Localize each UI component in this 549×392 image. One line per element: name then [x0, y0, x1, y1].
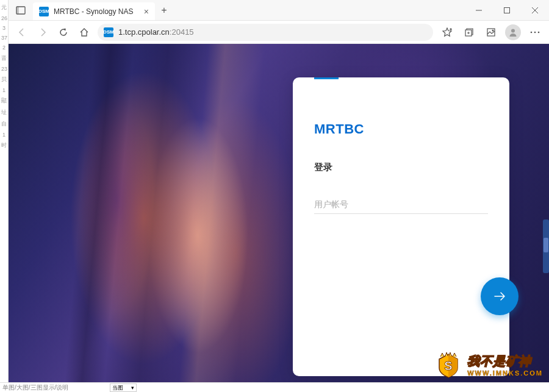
svg-text:S: S: [445, 359, 453, 372]
collections-icon[interactable]: [461, 24, 477, 40]
svg-point-13: [511, 29, 515, 32]
status-dropdown[interactable]: 当图▾: [110, 383, 137, 392]
svg-point-16: [538, 31, 540, 33]
submit-button[interactable]: [481, 277, 518, 315]
svg-point-12: [492, 29, 494, 31]
watermark: S 我不是矿神 WWW.IMNKS.COM: [434, 351, 543, 379]
tab-title: MRTBC - Synology NAS: [54, 7, 133, 16]
url-input[interactable]: DSM 1.tcp.cpolar.cn:20415: [98, 24, 433, 41]
tab-actions-icon[interactable]: [9, 0, 33, 20]
back-button[interactable]: [15, 25, 29, 40]
login-heading: 登录: [314, 162, 488, 173]
watermark-cn: 我不是矿神: [467, 353, 543, 369]
watermark-text: 我不是矿神 WWW.IMNKS.COM: [467, 353, 543, 377]
browser-window: DSM MRTBC - Synology NAS × + DSM 1.tcp.c…: [9, 0, 549, 392]
refresh-button[interactable]: [56, 25, 71, 40]
browser-tab[interactable]: DSM MRTBC - Synology NAS ×: [33, 2, 155, 20]
page-content: MRTBC 登录 S 我不是矿神 WWW.IMNKS.COM: [9, 44, 549, 392]
maximize-button[interactable]: [493, 0, 521, 20]
svg-point-14: [531, 31, 533, 33]
address-bar: DSM 1.tcp.cpolar.cn:20415: [9, 21, 549, 44]
url-host: 1.tcp.cpolar.cn:20415: [118, 27, 194, 37]
more-menu-icon[interactable]: [527, 24, 543, 40]
close-tab-icon[interactable]: ×: [144, 7, 149, 16]
window-controls: [465, 0, 549, 20]
close-window-button[interactable]: [521, 0, 549, 20]
url-favicon: DSM: [104, 27, 113, 37]
card-accent-bar: [314, 77, 339, 79]
scrollbar-thumb[interactable]: [544, 238, 548, 252]
ide-status-bar: 单图/大图/三图显示/说明: [0, 382, 549, 392]
brand-title: MRTBC: [314, 121, 488, 137]
watermark-badge-icon: S: [434, 351, 462, 379]
status-text: 单图/大图/三图显示/说明: [2, 383, 68, 392]
svg-point-15: [534, 31, 536, 33]
profile-avatar[interactable]: [505, 24, 521, 40]
reading-mode-icon[interactable]: [483, 24, 499, 40]
username-input[interactable]: [314, 199, 488, 209]
username-field-wrap: [314, 199, 488, 214]
login-card: MRTBC 登录: [293, 77, 509, 376]
ide-gutter: 元263372晋23贝1顯址自1时: [0, 0, 9, 392]
new-tab-button[interactable]: +: [155, 0, 173, 20]
chevron-down-icon: ▾: [131, 385, 134, 391]
tab-favicon: DSM: [39, 7, 49, 16]
svg-rect-1: [16, 7, 19, 14]
favorites-icon[interactable]: [439, 24, 455, 40]
right-scrollbar[interactable]: [543, 219, 549, 273]
svg-rect-3: [504, 7, 510, 13]
home-button[interactable]: [77, 25, 92, 40]
watermark-url: WWW.IMNKS.COM: [467, 369, 543, 377]
minimize-button[interactable]: [465, 0, 493, 20]
titlebar: DSM MRTBC - Synology NAS × +: [9, 0, 549, 21]
forward-button[interactable]: [35, 25, 50, 40]
